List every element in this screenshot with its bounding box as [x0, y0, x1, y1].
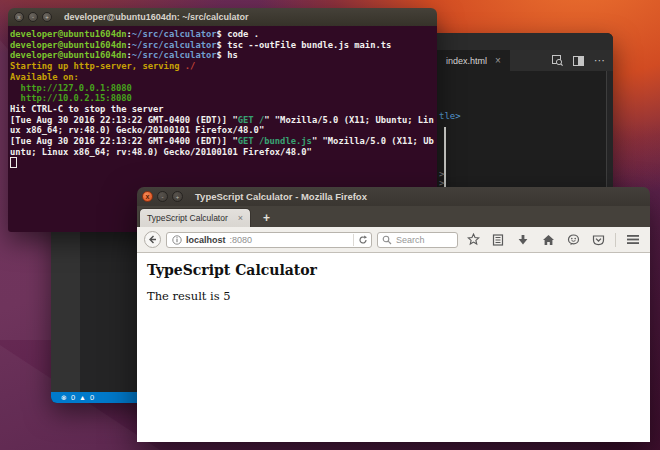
- url-divider: [353, 234, 354, 246]
- search-icon: [382, 231, 392, 249]
- terminal-line: developer@ubuntu1604dn:~/src/calculator$…: [10, 40, 435, 51]
- minimize-button[interactable]: -: [28, 12, 38, 22]
- terminal-line: Hit CTRL-C to stop the server: [10, 104, 435, 115]
- terminal-line: developer@ubuntu1604dn:~/src/calculator$…: [10, 29, 435, 40]
- vscode-tab-close-icon[interactable]: ×: [495, 56, 501, 66]
- terminal-cursor-line: [10, 157, 435, 170]
- more-actions-icon[interactable]: ⋯: [594, 54, 605, 67]
- errors-count[interactable]: 0: [71, 393, 75, 402]
- vscode-tab-label: index.html: [446, 56, 487, 66]
- downloads-icon[interactable]: [513, 231, 533, 248]
- url-port: :8080: [230, 235, 253, 245]
- bookmark-star-icon[interactable]: [463, 231, 483, 248]
- site-info-icon[interactable]: [172, 231, 182, 249]
- tab-title: TypeScript Calculator: [147, 213, 228, 223]
- terminal-line: untu; Linux x86_64; rv:48.0) Gecko/20100…: [10, 147, 435, 158]
- firefox-navigation-bar: localhost :8080 Search: [137, 227, 650, 253]
- page-heading: TypeScript Calculator: [147, 262, 640, 278]
- desktop: index.html × ⋯ tle>: [0, 0, 660, 450]
- maximize-button[interactable]: +: [172, 191, 183, 202]
- warnings-count[interactable]: 0: [90, 393, 94, 402]
- maximize-button[interactable]: +: [42, 12, 52, 22]
- terminal-line: Starting up http-server, serving ./: [10, 61, 435, 72]
- search-placeholder: Search: [396, 235, 425, 245]
- firefox-window-title: TypeScript Calculator - Mozilla Firefox: [195, 191, 367, 202]
- terminal-title: developer@ubuntu1604dn: ~/src/calculator: [64, 12, 249, 22]
- terminal-line: http://127.0.0.1:8080: [10, 83, 435, 94]
- firefox-titlebar[interactable]: x - + TypeScript Calculator - Mozilla Fi…: [137, 187, 650, 206]
- home-icon[interactable]: [538, 231, 558, 248]
- terminal-line: http://10.0.2.15:8080: [10, 93, 435, 104]
- tab-close-icon[interactable]: ×: [238, 213, 243, 223]
- split-editor-icon[interactable]: [573, 56, 584, 66]
- pocket-icon[interactable]: [588, 231, 608, 248]
- toolbar-divider: [615, 233, 616, 247]
- reload-icon[interactable]: [358, 231, 368, 249]
- new-tab-button[interactable]: +: [263, 212, 270, 224]
- open-preview-icon[interactable]: [552, 55, 563, 66]
- firefox-window: x - + TypeScript Calculator - Mozilla Fi…: [137, 187, 650, 442]
- code-fragment-title-tag: tle>: [439, 111, 461, 121]
- errors-icon[interactable]: ⊗: [61, 394, 67, 401]
- page-result-text: The result is 5: [147, 289, 640, 303]
- tab-typescript-calculator[interactable]: TypeScript Calculator ×: [139, 208, 251, 227]
- minimize-button[interactable]: -: [157, 191, 168, 202]
- terminal-line: developer@ubuntu1604dn:~/src/calculator$…: [10, 50, 435, 61]
- vscode-editor-actions: ⋯: [552, 50, 613, 71]
- back-button[interactable]: [144, 231, 161, 248]
- terminal-line: Available on:: [10, 72, 435, 83]
- hello-icon[interactable]: [563, 231, 583, 248]
- warnings-icon[interactable]: ▲: [79, 394, 86, 401]
- vscode-tab-strip: index.html × ⋯: [437, 50, 613, 71]
- browser-viewport[interactable]: TypeScript Calculator The result is 5: [137, 253, 650, 442]
- url-host: localhost: [186, 235, 226, 245]
- bookmarks-menu-icon[interactable]: [488, 231, 508, 248]
- terminal-cursor: [10, 157, 17, 168]
- terminal-line: ux x86_64; rv:48.0) Gecko/20100101 Firef…: [10, 125, 435, 136]
- url-bar[interactable]: localhost :8080: [166, 232, 372, 248]
- terminal-titlebar[interactable]: x - + developer@ubuntu1604dn: ~/src/calc…: [8, 8, 437, 26]
- close-button[interactable]: x: [14, 12, 24, 22]
- close-button[interactable]: x: [142, 191, 153, 202]
- menu-icon[interactable]: [623, 231, 643, 248]
- terminal-line: [Tue Aug 30 2016 22:13:22 GMT-0400 (EDT)…: [10, 115, 435, 126]
- vscode-tab-index-html[interactable]: index.html ×: [437, 50, 510, 71]
- search-box[interactable]: Search: [377, 232, 458, 248]
- terminal-line: [Tue Aug 30 2016 22:13:22 GMT-0400 (EDT)…: [10, 136, 435, 147]
- firefox-tab-bar: TypeScript Calculator × +: [137, 206, 650, 227]
